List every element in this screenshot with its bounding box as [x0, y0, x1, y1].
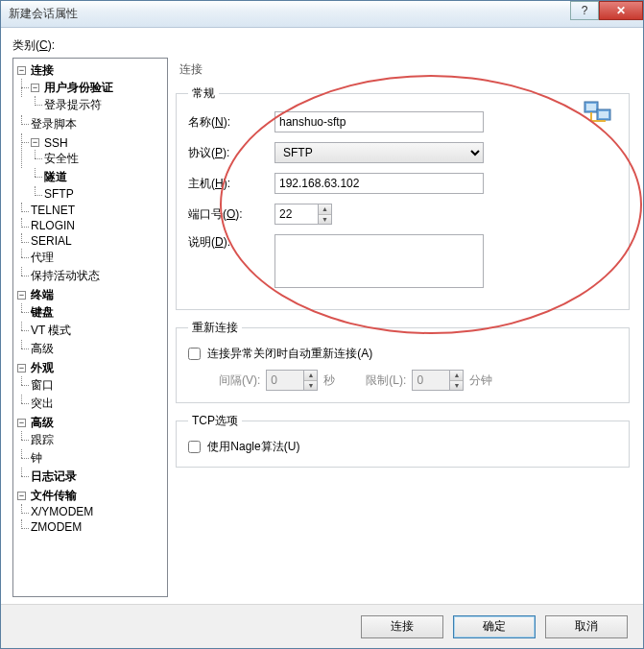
collapse-icon[interactable]: − [17, 291, 26, 300]
tree-item-clock[interactable]: 钟 [31, 450, 42, 467]
collapse-icon[interactable]: − [31, 84, 39, 92]
tree-item-window[interactable]: 窗口 [31, 377, 54, 394]
close-icon[interactable]: ✕ [599, 1, 643, 20]
limit-stepper: ▲▼ [412, 370, 464, 391]
collapse-icon[interactable]: − [31, 138, 39, 147]
limit-label: 限制(L): [366, 373, 406, 389]
tree-item-terminal[interactable]: − 终端 [17, 287, 54, 303]
collapse-icon[interactable]: − [17, 419, 26, 427]
interval-stepper: ▲▼ [266, 370, 318, 391]
tree-item-sftp[interactable]: SFTP [44, 187, 74, 201]
tree-item-highlight[interactable]: 突出 [31, 396, 54, 412]
desc-textarea[interactable] [274, 234, 484, 288]
chevron-up-icon: ▲ [304, 371, 317, 381]
seconds-label: 秒 [323, 373, 335, 389]
desc-label: 说明(D): [188, 234, 274, 251]
tree-item-filetransfer[interactable]: − 文件传输 [17, 488, 77, 504]
collapse-icon[interactable]: − [17, 66, 26, 75]
tree-item-logging[interactable]: 日志记录 [31, 469, 77, 485]
tree-item-advanced[interactable]: 高级 [31, 341, 54, 357]
name-label: 名称(N): [188, 114, 274, 131]
tree-item-vtmode[interactable]: VT 模式 [31, 323, 71, 339]
port-stepper[interactable]: ▲▼ [274, 204, 332, 225]
tree-item-zmodem[interactable]: ZMODEM [31, 520, 82, 534]
tree-item-security[interactable]: 安全性 [44, 151, 79, 167]
reconnect-group: 重新连接 连接异常关闭时自动重新连接(A) 间隔(V): ▲▼ 秒 限制(L [176, 320, 630, 403]
connection-icon [584, 100, 614, 127]
interval-label: 间隔(V): [219, 373, 260, 389]
reconnect-checkbox[interactable] [188, 348, 201, 360]
chevron-down-icon: ▼ [450, 381, 463, 391]
tree-item-xymodem[interactable]: X/YMODEM [31, 505, 93, 518]
host-input[interactable] [274, 173, 484, 194]
tree-item-keyboard[interactable]: 键盘 [31, 304, 54, 321]
port-input[interactable] [275, 204, 318, 224]
tree-item-appearance[interactable]: − 外观 [17, 360, 54, 376]
collapse-icon[interactable]: − [17, 364, 26, 373]
connect-button[interactable]: 连接 [361, 615, 443, 638]
tree-item-serial[interactable]: SERIAL [31, 234, 72, 248]
port-label: 端口号(O): [188, 206, 274, 223]
ok-button[interactable]: 确定 [453, 615, 536, 638]
tree-item-loginscript[interactable]: 登录脚本 [31, 116, 77, 132]
general-legend: 常规 [188, 85, 219, 102]
nagle-checkbox-label[interactable]: 使用Nagle算法(U) [188, 440, 299, 453]
button-bar: 连接 确定 取消 [1, 604, 643, 648]
limit-input [413, 371, 449, 390]
help-icon[interactable]: ? [570, 1, 599, 20]
protocol-label: 协议(P): [188, 145, 274, 161]
chevron-up-icon[interactable]: ▲ [319, 204, 331, 215]
collapse-icon[interactable]: − [17, 492, 26, 500]
window-title: 新建会话属性 [9, 6, 78, 22]
minutes-label: 分钟 [469, 373, 492, 389]
tree-item-rlogin[interactable]: RLOGIN [31, 219, 75, 232]
category-tree[interactable]: − 连接 − 用户身份验证 登录提示符 [12, 58, 168, 597]
name-input[interactable] [274, 111, 484, 132]
tree-item-loginprompt[interactable]: 登录提示符 [44, 97, 102, 113]
tree-item-ssh[interactable]: − SSH [31, 136, 68, 150]
host-label: 主机(H): [188, 176, 274, 192]
tcp-legend: TCP选项 [188, 413, 242, 429]
cancel-button[interactable]: 取消 [545, 615, 628, 638]
tree-item-userauth[interactable]: − 用户身份验证 [31, 80, 113, 96]
content-pane: 连接 常规 名称(N): 协议(P): [174, 58, 632, 597]
chevron-down-icon[interactable]: ▼ [319, 215, 331, 225]
interval-input [267, 371, 303, 390]
tree-item-tunnel[interactable]: 隧道 [44, 169, 67, 185]
tree-item-proxy[interactable]: 代理 [31, 250, 54, 266]
dialog-window: 新建会话属性 ? ✕ 类别(C): − 连接 [0, 0, 644, 649]
content-header: 连接 [174, 58, 632, 82]
titlebar: 新建会话属性 ? ✕ [1, 1, 643, 28]
tcp-group: TCP选项 使用Nagle算法(U) [176, 413, 630, 468]
reconnect-checkbox-label[interactable]: 连接异常关闭时自动重新连接(A) [188, 347, 372, 360]
categories-label: 类别(C): [12, 37, 632, 54]
tree-item-advanced2[interactable]: − 高级 [17, 415, 54, 431]
tree-item-trace[interactable]: 跟踪 [31, 432, 54, 448]
general-group: 常规 名称(N): 协议(P): SFTP 主机(H): [176, 85, 630, 310]
svg-rect-1 [586, 104, 596, 110]
chevron-up-icon: ▲ [450, 371, 463, 381]
tree-item-telnet[interactable]: TELNET [31, 204, 75, 217]
tree-item-keepalive[interactable]: 保持活动状态 [31, 268, 100, 284]
protocol-select[interactable]: SFTP [274, 142, 484, 163]
tree-item-connection[interactable]: − 连接 [17, 62, 54, 79]
nagle-checkbox[interactable] [188, 441, 201, 453]
reconnect-legend: 重新连接 [188, 320, 242, 336]
chevron-down-icon: ▼ [304, 381, 317, 391]
svg-rect-3 [599, 111, 608, 118]
